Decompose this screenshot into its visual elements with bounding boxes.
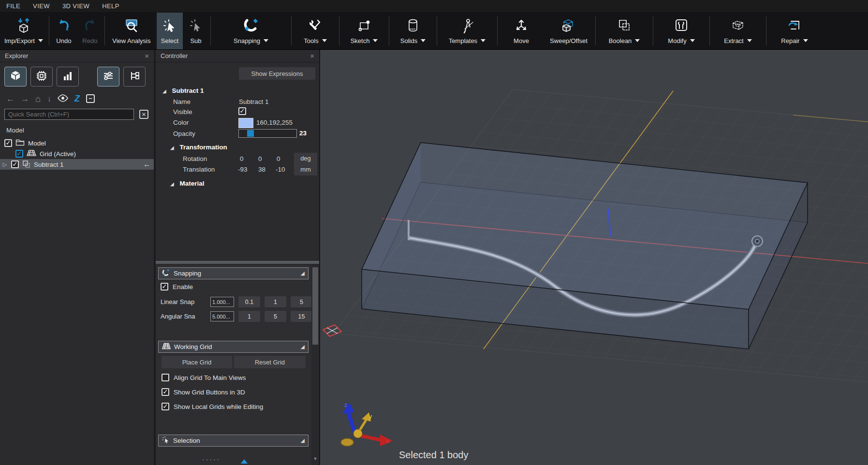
group-material-header[interactable]: ◢ Material <box>170 180 205 187</box>
panel-splitter-horizontal[interactable] <box>156 261 319 264</box>
visible-checkbox[interactable] <box>238 107 246 115</box>
linear-preset-0.1[interactable]: 0.1 <box>238 296 260 307</box>
panel-resize-dots[interactable]: ····· <box>202 455 221 463</box>
quick-search-input[interactable] <box>4 109 134 120</box>
angular-snap-input[interactable] <box>210 311 234 321</box>
model-visibility-checkbox[interactable] <box>4 139 12 147</box>
scrollbar-down-arrow[interactable]: ▼ <box>311 456 319 461</box>
show-local-grids-checkbox[interactable] <box>162 403 169 410</box>
repair-dropdown-caret[interactable] <box>803 39 808 42</box>
down-arrow-icon[interactable]: ↓ <box>47 95 51 103</box>
viewport-canvas[interactable]: z y x <box>320 50 868 465</box>
linear-preset-1[interactable]: 1 <box>265 296 286 307</box>
align-grid-checkbox[interactable] <box>162 374 169 381</box>
boolean-dropdown-caret[interactable] <box>635 39 640 42</box>
toolbar-modify[interactable]: Modify <box>655 13 708 49</box>
group-subtract-header[interactable]: ◢ Subtract 1 <box>162 87 204 94</box>
toolbar-sketch[interactable]: Sketch <box>341 13 387 49</box>
home-icon[interactable]: ⌂ <box>35 95 41 103</box>
sketch-dropdown-caret[interactable] <box>373 39 378 42</box>
toolbar-redo[interactable]: Redo <box>77 13 103 49</box>
toolbar-undo[interactable]: Undo <box>51 13 77 49</box>
grid-visibility-checkbox[interactable] <box>15 150 23 158</box>
section-collapse-icon[interactable]: ◢ <box>301 437 305 444</box>
toolbar-sweep-offset[interactable]: Sweep/Offset <box>544 13 594 49</box>
show-expressions-button[interactable]: Show Expressions <box>239 67 315 80</box>
templates-dropdown-caret[interactable] <box>481 39 485 42</box>
collapse-triangle-icon[interactable]: ◢ <box>162 88 166 94</box>
controller-close-icon[interactable]: × <box>310 52 314 59</box>
section-collapse-icon[interactable]: ◢ <box>301 270 305 276</box>
z-order-icon[interactable]: Z <box>74 94 80 104</box>
selection-section-header[interactable]: Selection ◢ <box>158 435 309 447</box>
linear-snap-input[interactable] <box>210 297 234 307</box>
reset-grid-button[interactable]: Reset Grid <box>234 356 306 368</box>
tree-row-subtract[interactable]: ▷ Subtract 1 ← <box>0 159 154 170</box>
toolbar-templates[interactable]: Templates <box>439 13 496 49</box>
menu-help[interactable]: HELP <box>102 2 119 10</box>
snapping-dropdown-caret[interactable] <box>264 39 268 42</box>
name-value[interactable]: Subtract 1 <box>239 98 269 105</box>
toolbar-boolean[interactable]: Boolean <box>597 13 651 49</box>
visibility-eye-icon[interactable] <box>58 94 68 103</box>
explorer-close-icon[interactable]: × <box>145 52 149 59</box>
toolbar-move[interactable]: Move <box>499 13 544 49</box>
angular-preset-15[interactable]: 15 <box>291 311 312 322</box>
toolbar-sub[interactable]: Sub <box>183 13 209 49</box>
toolbar-snapping[interactable]: Snapping <box>212 13 290 49</box>
orientation-triad[interactable]: z y x <box>341 401 393 446</box>
toolbar-imp-export[interactable]: Imp/Export <box>0 13 47 49</box>
color-swatch[interactable] <box>238 118 253 128</box>
viewport-3d[interactable]: z y x Selected 1 body <box>319 50 868 465</box>
modify-dropdown-caret[interactable] <box>690 39 695 42</box>
extract-dropdown-caret[interactable] <box>747 39 752 42</box>
collapse-triangle-icon[interactable]: ◢ <box>170 181 174 187</box>
subtract-visibility-checkbox[interactable] <box>11 160 19 168</box>
scrollbar-thumb[interactable] <box>312 267 318 345</box>
group-transformation-header[interactable]: ◢ Transformation <box>170 144 227 151</box>
menu-file[interactable]: FILE <box>6 2 20 10</box>
tools-dropdown-caret[interactable] <box>322 39 327 42</box>
hierarchy-view-button[interactable] <box>123 67 146 87</box>
collapse-triangle-icon[interactable]: ◢ <box>170 145 174 150</box>
solids-dropdown-caret[interactable] <box>421 39 426 42</box>
menu-3d-view[interactable]: 3D VIEW <box>62 2 89 10</box>
section-collapse-icon[interactable]: ◢ <box>301 344 305 350</box>
tree-row-model[interactable]: Model <box>0 138 154 148</box>
toolbar-repair[interactable]: Repair <box>768 13 821 49</box>
opacity-slider[interactable] <box>238 129 297 138</box>
tree-row-grid[interactable]: Grid (Active) <box>0 148 154 159</box>
menu-view[interactable]: VIEW <box>33 2 50 10</box>
show-grid-buttons-checkbox[interactable] <box>162 388 169 396</box>
rotation-z-value[interactable]: 0 <box>277 155 293 162</box>
translation-z-value[interactable]: -10 <box>276 166 293 173</box>
toolbar-solids[interactable]: Solids <box>391 13 435 49</box>
expand-chevron-icon[interactable]: ▷ <box>2 161 8 168</box>
model-view-button[interactable] <box>4 67 27 87</box>
linear-preset-5[interactable]: 5 <box>291 296 312 307</box>
translation-y-value[interactable]: 38 <box>258 166 275 173</box>
toolbar-extract[interactable]: Extract <box>711 13 765 49</box>
options-scrollbar[interactable]: ▼ <box>311 264 319 465</box>
chart-view-button[interactable] <box>57 67 79 87</box>
snapping-section-header[interactable]: Snapping ◢ <box>158 267 309 279</box>
rotation-x-value[interactable]: 0 <box>240 155 256 162</box>
expand-panel-icon[interactable] <box>241 459 248 464</box>
collapse-all-icon[interactable]: − <box>86 94 95 103</box>
forward-arrow-icon[interactable]: → <box>21 95 29 103</box>
enable-checkbox[interactable] <box>161 283 168 291</box>
toolbar-tools[interactable]: Tools <box>293 13 338 49</box>
imp-export-dropdown-caret[interactable] <box>38 39 43 42</box>
back-arrow-icon[interactable]: ← <box>6 95 15 103</box>
chip-view-button[interactable] <box>30 67 53 87</box>
angular-preset-1[interactable]: 1 <box>238 311 260 322</box>
properties-view-button[interactable] <box>97 67 119 87</box>
angular-preset-5[interactable]: 5 <box>265 311 286 322</box>
clear-search-icon[interactable]: ✕ <box>139 110 148 119</box>
toolbar-select[interactable]: Select <box>157 13 183 49</box>
rotation-y-value[interactable]: 0 <box>258 155 275 162</box>
toolbar-view-analysis[interactable]: View Analysis <box>106 13 157 49</box>
translation-x-value[interactable]: -93 <box>238 166 256 173</box>
opacity-slider-knob[interactable] <box>247 130 254 137</box>
place-grid-button[interactable]: Place Grid <box>162 356 232 368</box>
